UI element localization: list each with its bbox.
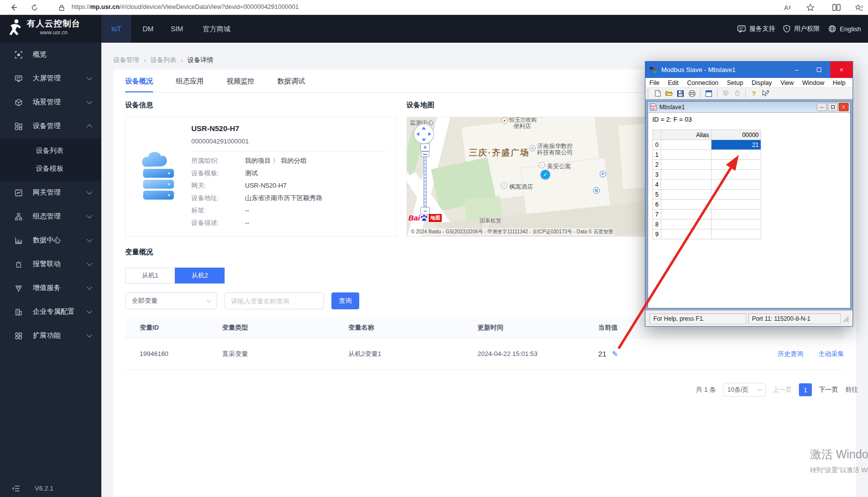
query-button[interactable]: 查询	[331, 292, 359, 309]
support-menu[interactable]: 服务支持	[737, 15, 775, 43]
map-device-marker[interactable]: ✓	[541, 170, 550, 179]
menu-file[interactable]: File	[649, 79, 659, 86]
tab-slave2[interactable]: 从机2	[175, 268, 225, 284]
menu-setup[interactable]: Setup	[727, 79, 743, 86]
field-label: 网关:	[191, 179, 245, 192]
tab-config-app[interactable]: 组态应用	[176, 70, 204, 92]
favorite-star-icon[interactable]	[805, 2, 816, 13]
menu-display[interactable]: Display	[752, 79, 772, 86]
nav-tab-sim[interactable]: SIM	[166, 15, 188, 43]
edit-value-icon[interactable]: ✎	[612, 350, 618, 358]
grid-row[interactable]: 1	[653, 150, 761, 160]
menu-view[interactable]: View	[781, 79, 794, 86]
grid-row[interactable]: 5	[653, 190, 761, 200]
map-zoom-track[interactable]	[423, 152, 427, 208]
menu-help[interactable]: Help	[833, 79, 846, 86]
new-file-icon[interactable]	[653, 89, 662, 97]
grid-row[interactable]: 2	[653, 160, 761, 170]
sidebar-item-gateway-mgmt[interactable]: 网关管理	[0, 181, 101, 205]
map-zoom-handle[interactable]	[421, 151, 429, 157]
grid-row[interactable]: 3	[653, 170, 761, 180]
grid-row[interactable]: 8	[653, 219, 761, 229]
field-value-address: 山东省济南市历下区颖秀路	[245, 192, 322, 204]
sidebar-item-device-template[interactable]: 设备模板	[0, 159, 101, 177]
close-button[interactable]: ×	[830, 62, 853, 78]
map-label-store-2: 便利店	[513, 122, 531, 131]
open-file-icon[interactable]	[665, 89, 673, 97]
history-query-link[interactable]: 历史查询	[778, 350, 803, 358]
map-pan-control[interactable]	[413, 123, 435, 145]
permissions-menu[interactable]: 用户权限	[783, 15, 820, 43]
menu-window[interactable]: Window	[802, 79, 824, 86]
modbus-slave-window[interactable]: Modbus Slave - Mbslave1 – × File Edit Co…	[645, 61, 853, 327]
variable-type-select[interactable]: 全部变量	[125, 292, 217, 309]
resize-grip[interactable]	[843, 316, 849, 322]
device-icon[interactable]	[733, 89, 741, 97]
grid-row[interactable]: 9	[653, 229, 761, 239]
grid-row[interactable]: 0 21	[653, 140, 761, 150]
active-collect-link[interactable]: 主动采集	[818, 350, 844, 358]
tab-data-debug[interactable]: 数据调试	[277, 70, 305, 92]
language-menu[interactable]: English	[828, 15, 861, 43]
cell-update-time: 2024-04-22 15:01:53	[477, 350, 598, 357]
baidu-logo: Bai 地图	[408, 213, 442, 222]
mbslave1-document-window[interactable]: DOC Mbslave1 – × ID = 2: F = 03 Alias 00…	[647, 101, 851, 308]
menu-connection[interactable]: Connection	[687, 79, 718, 86]
grid-row[interactable]: 7	[653, 210, 761, 219]
nav-tab-dm[interactable]: DM	[138, 15, 158, 43]
minimize-button[interactable]: –	[786, 62, 808, 78]
read-aloud-icon[interactable]: A	[783, 2, 793, 13]
map-zoom-in-button[interactable]: +	[420, 143, 430, 151]
prev-page-button[interactable]: 上一页	[773, 385, 792, 394]
modbus-titlebar[interactable]: Modbus Slave - Mbslave1 – ×	[645, 62, 853, 78]
next-page-button[interactable]: 下一页	[819, 385, 838, 394]
grid-row[interactable]: 4	[653, 180, 761, 190]
map-attribution: © 2024 Baidu - GS(2023)3206号 - 甲测资字11111…	[410, 228, 615, 235]
page-size-select[interactable]: 10条/页	[723, 383, 766, 397]
breadcrumb-device-list[interactable]: 设备列表	[151, 56, 176, 65]
collections-icon[interactable]	[854, 2, 865, 13]
variable-search-input[interactable]	[225, 292, 324, 309]
save-icon[interactable]	[676, 89, 685, 97]
sidebar-item-config-mgmt[interactable]: 组态管理	[0, 205, 101, 228]
sidebar-item-alarm-linkage[interactable]: 报警联动	[0, 252, 101, 276]
mbslave1-titlebar[interactable]: DOC Mbslave1 – ×	[648, 102, 850, 113]
maximize-button[interactable]	[808, 62, 830, 78]
modbus-register-grid[interactable]: Alias 00000 0 21 1 2 3 4 5 6 7 8 9	[652, 130, 761, 239]
selected-register-cell[interactable]: 21	[711, 140, 761, 150]
address-bar[interactable]: https://mp.usr.cn/#/cloud/device/ViewDev…	[72, 3, 299, 10]
sidebar-item-device-mgmt[interactable]: 设备管理	[0, 114, 101, 138]
sidebar-item-enterprise-config[interactable]: 企业专属配置	[0, 300, 101, 324]
sitemap-icon	[15, 213, 22, 220]
menu-edit[interactable]: Edit	[668, 79, 679, 86]
refresh-icon[interactable]	[29, 2, 40, 13]
logo[interactable]: 有人云控制台 www.usr.cn	[8, 18, 80, 37]
nav-tab-iot[interactable]: IoT	[101, 15, 131, 43]
tab-device-overview[interactable]: 设备概况	[125, 70, 153, 92]
current-page-button[interactable]: 1	[799, 383, 812, 396]
doc-close-button[interactable]: ×	[839, 103, 849, 111]
sidebar-item-value-added[interactable]: 增值服务	[0, 276, 101, 300]
cell-variable-name: 从机2变量1	[348, 350, 477, 358]
sidebar-item-screen-mgmt[interactable]: 大屏管理	[0, 67, 101, 90]
doc-restore-button[interactable]	[828, 103, 838, 111]
sidebar-item-data-center[interactable]: 数据中心	[0, 228, 101, 252]
sidebar-item-extensions[interactable]: 扩展功能	[0, 324, 101, 348]
context-help-icon[interactable]: ?	[761, 89, 770, 97]
doc-minimize-button[interactable]: –	[817, 103, 827, 111]
tab-slave1[interactable]: 从机1	[125, 268, 175, 284]
sidebar-item-scene-mgmt[interactable]: 场景管理	[0, 90, 101, 114]
nav-tab-mall[interactable]: 官方商城	[197, 15, 237, 43]
tab-video-monitor[interactable]: 视频监控	[227, 70, 254, 92]
display-settings-icon[interactable]	[705, 89, 713, 97]
split-screen-icon[interactable]	[831, 2, 842, 13]
sidebar-item-overview[interactable]: 概览	[0, 43, 101, 67]
grid-row[interactable]: 6	[653, 200, 761, 210]
connection-icon[interactable]	[721, 89, 730, 97]
breadcrumb-device-mgmt[interactable]: 设备管理	[113, 56, 139, 65]
print-icon[interactable]	[688, 89, 696, 97]
back-icon[interactable]	[8, 2, 19, 13]
help-icon[interactable]: ?	[750, 89, 758, 97]
collapse-sidebar-icon[interactable]	[12, 485, 20, 492]
sidebar-item-device-list[interactable]: 设备列表	[0, 142, 101, 159]
